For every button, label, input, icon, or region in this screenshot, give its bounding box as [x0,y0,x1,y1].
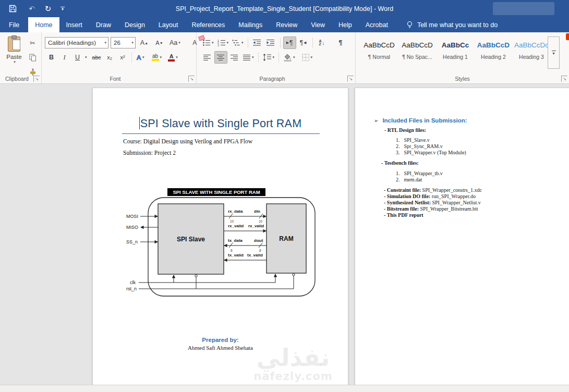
clipboard-dialog-launcher[interactable]: ↘ [33,76,40,82]
tab-review[interactable]: Review [269,17,304,32]
tell-me-box[interactable]: Tell me what you want to do [406,17,498,32]
constraint-file-line: - Constraint file: SPI_Wrapper_constrs_1… [384,187,482,193]
course-line: Course: Digital Design using Verilog and… [123,138,252,144]
bold-button[interactable]: B [45,51,58,64]
font-name-combobox[interactable]: Calibri (Headings)▾ [45,37,108,48]
style-normal[interactable]: AaBbCcD ¶ Normal [361,36,397,73]
font-size-combobox[interactable]: 26▾ [111,37,136,48]
account-area[interactable] [493,2,554,15]
show-paragraph-marks-button[interactable]: ¶ [334,36,347,49]
subscript-button[interactable]: x₂ [103,51,116,64]
tab-draw[interactable]: Draw [89,17,118,32]
shading-icon[interactable]: ▾ [282,51,297,64]
underline-button[interactable]: U [71,51,84,64]
bullet-list-icon[interactable]: ▾ [201,36,215,49]
document-page-2[interactable]: ➢Included Files in Submission: - RTL Des… [355,88,569,385]
highlight-color-bar [152,59,159,61]
copy-icon[interactable] [26,51,39,64]
save-icon[interactable] [7,3,18,15]
tab-acrobat[interactable]: Acrobat [359,17,395,32]
underline-dropdown-icon[interactable]: ▾ [85,55,87,59]
prepared-by-label: Prepared by: [93,337,348,343]
submission-line: Submission: Project 2 [123,150,176,156]
undo-dropdown-icon[interactable]: ▾ [30,6,32,11]
font-color-bar [168,59,175,62]
style-heading-2[interactable]: AaBbCcD Heading 2 [475,36,512,73]
list-item: 3.SPI_Wrapper.v (Top Module) [396,150,466,155]
change-case-button[interactable]: Aa▾ [168,36,182,49]
tab-mailings[interactable]: Mailings [232,17,269,32]
document-canvas: SPI Slave with Single Port RAM Course: D… [0,84,569,385]
style-no-spacing[interactable]: AaBbCcD ¶ No Spac... [399,36,435,73]
redo-icon[interactable]: ↻ [43,3,53,15]
superscript-button[interactable]: x² [116,51,129,64]
strikethrough-button[interactable]: abc [90,51,103,64]
tx-data-label: tx_data [228,238,243,243]
chevron-down-icon: ▾ [104,41,106,45]
italic-button[interactable]: I [58,51,71,64]
tab-layout[interactable]: Layout [152,17,185,32]
status-bar [0,385,569,392]
font-color-button[interactable]: A▾ [166,51,179,64]
clk-label: clk [130,280,136,285]
decrease-indent-icon[interactable] [251,36,264,49]
styles-gallery-more-button[interactable]: ▾ [548,36,560,69]
dout-label: dout [254,238,263,243]
rx-valid-right-label: rx_valid [248,224,264,228]
multilevel-list-icon[interactable]: ▾ [231,36,245,49]
rx-data-label: rx_data [228,209,243,214]
svg-text:10: 10 [259,219,263,223]
rtl-direction-button[interactable]: ¶◀ [297,36,310,49]
sort-icon[interactable]: AZ↓ [316,36,329,49]
miso-label: MISO [126,225,138,230]
list-item: 2.mem.dat [396,177,422,182]
line-spacing-icon[interactable]: ▾ [261,51,276,64]
grow-font-button[interactable]: A▲ [138,36,151,49]
shrink-font-button[interactable]: A▼ [153,36,166,49]
bitstream-file-line: - Bitstream file: SPI_Wrapper_Bitstream.… [384,206,478,212]
diagram-banner-label: SPI SLAVE WITH SINGLE PORT RAM [173,189,260,195]
svg-text:10: 10 [230,219,234,223]
justify-icon[interactable]: ▾ [241,51,256,64]
tab-view[interactable]: View [304,17,332,32]
synthesized-netlist-line: - Synthesized Netlist: SPI_Wrapper_Netli… [384,200,481,205]
style-heading-3[interactable]: AaBbCcDc Heading 3 [513,36,550,73]
align-right-icon[interactable] [228,51,241,64]
tab-home[interactable]: Home [28,17,59,32]
text-cursor [139,117,140,129]
styles-dialog-launcher[interactable]: ↘ [561,76,567,82]
align-center-icon[interactable] [214,51,227,64]
document-page-1[interactable]: SPI Slave with Single Port RAM Course: D… [92,88,348,385]
ssn-label: SS_n [126,239,138,244]
increase-indent-icon[interactable] [264,36,277,49]
undo-icon[interactable]: ↶▾ [25,3,35,15]
lightbulb-icon [406,21,413,29]
list-item: 2.Spr_Sync_RAM.v [396,143,443,149]
customize-qat-icon[interactable]: ▾ [60,7,65,10]
quick-access-toolbar: ↶▾ ↻ ▾ [7,0,65,17]
svg-text:3: 3 [217,44,219,47]
tab-references[interactable]: References [185,17,232,32]
numbered-list-icon[interactable]: 123 ▾ [216,36,231,49]
arrow-bullet-icon: ➢ [374,118,378,124]
tab-file[interactable]: File [0,17,28,32]
tab-help[interactable]: Help [332,17,359,32]
paste-button[interactable]: Paste ▾ [4,36,24,73]
style-heading-1[interactable]: AaBbCc Heading 1 [437,36,474,73]
ribbon: Paste ▾ ✂ Clipboard ↘ Calibri (Headings)… [0,32,569,84]
highlight-button[interactable]: ab▾ [150,51,164,64]
borders-icon[interactable]: ▾ [300,51,314,64]
list-item: 1.SPI_Slave.v [396,137,430,143]
clipboard-group: Paste ▾ ✂ Clipboard ↘ [0,32,42,83]
ltr-direction-button[interactable]: ▶¶ [283,36,296,49]
text-effects-button[interactable]: A▾ [134,51,147,64]
tab-design[interactable]: Design [118,17,152,32]
tab-insert[interactable]: Insert [59,17,89,32]
rx-valid-left-label: rx_valid [228,224,244,228]
paste-dropdown-icon[interactable]: ▾ [14,60,16,64]
font-dialog-launcher[interactable]: ↘ [188,76,195,82]
align-left-icon[interactable] [201,51,214,64]
paragraph-dialog-launcher[interactable]: ↘ [347,76,354,82]
tx-valid-right-label: tx_valid [247,253,263,258]
cut-icon[interactable]: ✂ [26,36,39,49]
